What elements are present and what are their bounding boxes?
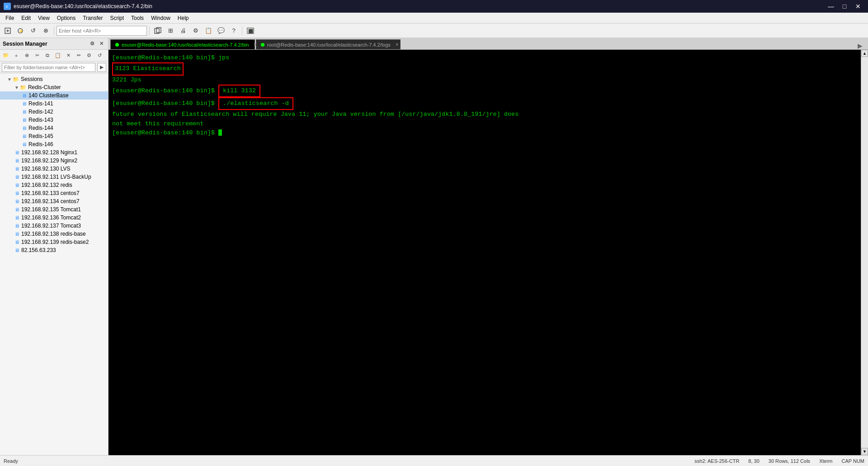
menu-window[interactable]: Window: [147, 13, 174, 23]
session-panel-close-icon[interactable]: ✕: [97, 40, 105, 48]
copy-button[interactable]: ⧉: [42, 51, 52, 61]
clone-session-button[interactable]: ⊕: [22, 51, 32, 61]
tree-item-redisbase138[interactable]: 🖥 192.168.92.138 redis-base: [0, 230, 108, 238]
scroll-track: [861, 57, 868, 448]
menu-transfer[interactable]: Transfer: [79, 13, 106, 23]
tile-button[interactable]: ⊞: [165, 25, 176, 37]
server-icon-centos133: 🖥: [14, 190, 19, 196]
session-panel-header: Session Manager ⚙ ✕: [0, 38, 108, 50]
status-right: ssh2: AES-256-CTR 8, 30 30 Rows, 112 Col…: [694, 458, 864, 464]
menu-bar: File Edit View Options Transfer Script T…: [0, 13, 868, 24]
tree-item-lvsbackup[interactable]: 🖥 192.168.92.131 LVS-BackUp: [0, 173, 108, 181]
title-bar-text: esuser@Redis-base:140:/usr/local/elastic…: [14, 3, 152, 10]
item-tomcat135-label: 192.168.92.135 Tomcat1: [21, 206, 81, 213]
scroll-up-button[interactable]: ▲: [861, 50, 868, 57]
chat-button[interactable]: 💬: [215, 25, 227, 37]
server-icon-146: 🖥: [22, 142, 27, 147]
tree-item-centos133[interactable]: 🖥 192.168.92.133 centos7: [0, 189, 108, 197]
filter-button[interactable]: ▶: [97, 63, 106, 72]
server-icon-144: 🖥: [22, 125, 27, 131]
rename-button[interactable]: ✏: [74, 51, 84, 61]
tree-item-82[interactable]: 🖥 82.156.63.233: [0, 246, 108, 254]
sessions-folder-icon: 📁: [13, 76, 19, 82]
properties-session-button[interactable]: ⚙: [84, 51, 94, 61]
paste-button[interactable]: 📋: [53, 51, 63, 61]
tab-close-2[interactable]: ✕: [395, 42, 399, 47]
tree-item-centos134[interactable]: 🖥 192.168.92.134 centos7: [0, 197, 108, 205]
disconnect-button[interactable]: ⊗: [40, 25, 52, 37]
cut-button[interactable]: ✂: [32, 51, 42, 61]
properties-button[interactable]: ⚙: [190, 25, 202, 37]
menu-edit[interactable]: Edit: [18, 13, 34, 23]
server-icon-141: 🖥: [22, 101, 27, 106]
tab-esuser-bin[interactable]: esuser@Redis-base:140:/usr/local/elastic…: [110, 39, 255, 49]
menu-help[interactable]: Help: [174, 13, 193, 23]
menu-options[interactable]: Options: [53, 13, 79, 23]
tree-item-redis-145[interactable]: 🖥 Redis-145: [0, 132, 108, 140]
tree-item-redis-143[interactable]: 🖥 Redis-143: [0, 116, 108, 124]
image-button[interactable]: ⬛: [245, 25, 256, 37]
new-folder-button[interactable]: 📁: [1, 51, 11, 61]
menu-script[interactable]: Script: [106, 13, 127, 23]
tree-item-redis-144[interactable]: 🖥 Redis-144: [0, 124, 108, 132]
tree-item-tomcat135[interactable]: 🖥 192.168.92.135 Tomcat1: [0, 205, 108, 214]
tree-item-redis-142[interactable]: 🖥 Redis-142: [0, 108, 108, 116]
terminal-area[interactable]: [esuser@Redis-base:140 bin]$ jps 3123 El…: [108, 50, 861, 455]
session-panel-settings-icon[interactable]: ⚙: [88, 40, 96, 48]
new-session-tree-button[interactable]: +: [11, 51, 21, 61]
server-icon-145: 🖥: [22, 133, 27, 139]
server-icon-142: 🖥: [22, 109, 27, 114]
help-button[interactable]: ?: [228, 25, 240, 37]
scroll-down-button[interactable]: ▼: [861, 448, 868, 455]
content-area: esuser@Redis-base:140:/usr/local/elastic…: [108, 38, 868, 455]
menu-tools[interactable]: Tools: [127, 13, 147, 23]
filter-input[interactable]: [2, 63, 95, 72]
tree-redis-cluster[interactable]: ▼ 📁 Redis-Cluster: [0, 83, 108, 91]
minimize-button[interactable]: —: [825, 0, 837, 13]
term-line-6: future versions of Elasticsearch will re…: [112, 110, 857, 119]
print-button[interactable]: 🖨: [177, 25, 189, 37]
item-redis-142-label: Redis-142: [28, 109, 53, 115]
quick-connect-button[interactable]: ⚡: [14, 25, 26, 37]
maximize-button[interactable]: □: [838, 0, 851, 13]
toolbar: ⚡ ↺ ⊗ ⊞ 🖨 ⚙ 📋 💬 ? ⬛: [0, 24, 868, 38]
session-manager-title: Session Manager: [3, 41, 47, 47]
clone-button[interactable]: [152, 25, 164, 37]
svg-text:S: S: [5, 5, 8, 9]
server-icon-lvsbackup: 🖥: [14, 174, 19, 180]
item-centos134-label: 192.168.92.134 centos7: [21, 198, 80, 204]
svg-text:⚡: ⚡: [19, 29, 24, 34]
item-lvs-label: 192.168.92.130 LVS: [21, 166, 71, 172]
status-caps: CAP NUM: [841, 458, 864, 464]
tree-sessions-root[interactable]: ▼ 📁 Sessions: [0, 75, 108, 83]
tree-item-redisbase2-139[interactable]: 🖥 192.168.92.139 redis-base2: [0, 238, 108, 246]
menu-file[interactable]: File: [2, 13, 18, 23]
tree-item-tomcat137[interactable]: 🖥 192.168.92.137 Tomcat3: [0, 222, 108, 230]
new-session-button[interactable]: [2, 25, 14, 37]
tree-item-redis132[interactable]: 🖥 192.168.92.132 redis: [0, 181, 108, 189]
tree-item-nginx2[interactable]: 🖥 192.168.92.129 Nginx2: [0, 157, 108, 165]
tree-item-tomcat136[interactable]: 🖥 192.168.92.136 Tomcat2: [0, 214, 108, 222]
host-input[interactable]: [57, 26, 147, 36]
menu-view[interactable]: View: [34, 13, 53, 23]
status-ready: Ready: [4, 458, 18, 464]
terminal-content: [esuser@Redis-base:140 bin]$ jps 3123 El…: [108, 50, 861, 455]
server-icon-82: 🖥: [14, 247, 19, 253]
item-tomcat136-label: 192.168.92.136 Tomcat2: [21, 214, 81, 221]
tab-root-logs[interactable]: root@Redis-base:140:/usr/local/elasticse…: [256, 39, 401, 49]
tree-item-lvs[interactable]: 🖥 192.168.92.130 LVS: [0, 165, 108, 173]
close-button[interactable]: ✕: [852, 0, 864, 13]
reconnect-button[interactable]: ↺: [27, 25, 39, 37]
term-line-7: not meet this requirement: [112, 119, 857, 128]
refresh-button[interactable]: ↺: [94, 51, 104, 61]
right-scrollbar[interactable]: ▲ ▼: [861, 50, 868, 455]
item-redis-141-label: Redis-141: [28, 100, 53, 107]
filter-area: ▶: [0, 62, 108, 73]
tree-item-140-clusterbase[interactable]: 🖥 140 ClusterBase: [0, 91, 108, 100]
tree-item-redis-146[interactable]: 🖥 Redis-146: [0, 140, 108, 148]
log-button[interactable]: 📋: [203, 25, 214, 37]
tree-item-redis-141[interactable]: 🖥 Redis-141: [0, 100, 108, 108]
tree-item-nginx1[interactable]: 🖥 192.168.92.128 Nginx1: [0, 148, 108, 157]
delete-button[interactable]: ✕: [63, 51, 73, 61]
tab-scroll-right-icon[interactable]: ▶: [854, 42, 866, 49]
